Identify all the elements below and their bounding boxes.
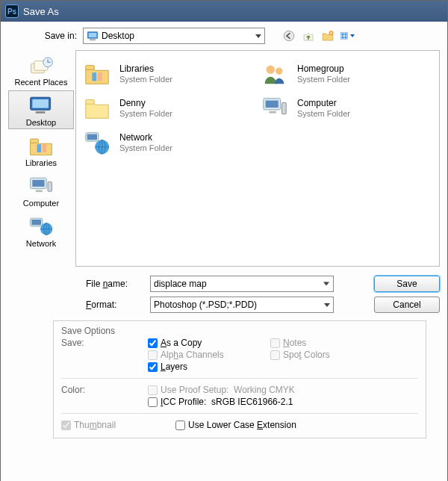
places-recent[interactable]: Recent Places xyxy=(8,50,74,89)
svg-rect-35 xyxy=(269,111,276,114)
icc-label: ICC Profile: sRGB IEC61966-2.1 xyxy=(161,397,293,407)
notes-checkbox: Notes xyxy=(270,338,390,348)
svg-point-30 xyxy=(267,66,275,74)
chevron-down-icon[interactable] xyxy=(323,282,329,286)
back-button[interactable] xyxy=(281,28,296,43)
as-a-copy-input[interactable] xyxy=(148,338,158,348)
save-button[interactable]: Save xyxy=(374,276,440,292)
lowercase-ext-checkbox[interactable]: Use Lower Case Extension xyxy=(175,420,296,430)
item-name: Homegroup xyxy=(297,63,350,74)
network-icon xyxy=(82,128,112,158)
filename-label: File name: xyxy=(8,279,150,289)
savein-value: Desktop xyxy=(102,31,255,41)
svg-rect-36 xyxy=(282,102,287,114)
format-label: Format: xyxy=(8,300,150,310)
places-label: Desktop xyxy=(26,118,56,127)
savein-combo[interactable]: Desktop xyxy=(83,28,265,44)
window-title: Save As xyxy=(23,6,59,17)
notes-label: Notes xyxy=(283,338,306,348)
save-sublabel: Save: xyxy=(61,338,148,372)
save-as-dialog: Ps Save As Save in: Desktop xyxy=(0,0,448,481)
list-item[interactable]: Libraries System Folder xyxy=(82,57,255,91)
computer-icon xyxy=(27,175,55,197)
places-label: Network xyxy=(26,239,56,248)
options-separator xyxy=(61,413,418,414)
desktop-icon xyxy=(87,30,99,42)
savein-row: Save in: Desktop xyxy=(8,28,440,44)
format-combo[interactable]: Photoshop (*.PSD;*.PDD) xyxy=(150,297,334,313)
places-bar: Recent Places Desktop Libraries xyxy=(8,50,75,267)
layers-checkbox[interactable]: Layers xyxy=(148,361,267,372)
spot-colors-checkbox: Spot Colors xyxy=(270,350,390,360)
list-item[interactable]: Network System Folder xyxy=(82,125,255,160)
svg-rect-14 xyxy=(32,99,49,108)
chevron-down-icon xyxy=(350,34,355,37)
svg-rect-28 xyxy=(92,72,96,81)
titlebar[interactable]: Ps Save As xyxy=(1,1,447,22)
recent-icon xyxy=(27,54,55,76)
color-label: Color: xyxy=(61,385,148,407)
photoshop-icon: Ps xyxy=(5,4,19,18)
list-item[interactable]: Homegroup System Folder xyxy=(260,57,433,91)
savein-label: Save in: xyxy=(8,31,83,41)
svg-rect-27 xyxy=(86,66,94,70)
proof-input xyxy=(148,385,158,395)
icc-profile-checkbox[interactable]: ICC Profile: sRGB IEC61966-2.1 xyxy=(148,397,295,407)
use-proof-setup-checkbox: Use Proof Setup: Working CMYK xyxy=(148,385,295,395)
view-menu-button[interactable] xyxy=(340,28,355,43)
item-name: Denny xyxy=(119,98,172,108)
item-name: Computer xyxy=(297,98,350,108)
alpha-channels-checkbox: Alpha Channels xyxy=(148,350,267,360)
svg-rect-22 xyxy=(48,182,52,192)
places-desktop[interactable]: Desktop xyxy=(8,90,74,129)
item-name: Network xyxy=(119,132,172,143)
svg-rect-8 xyxy=(342,37,344,39)
network-icon xyxy=(27,215,55,238)
svg-rect-32 xyxy=(86,100,94,105)
item-sub: System Folder xyxy=(297,74,350,84)
save-options-group: Save Options Save: As a Copy Notes Alpha… xyxy=(53,320,426,438)
item-sub: System Folder xyxy=(119,143,172,153)
chevron-down-icon xyxy=(255,34,261,38)
places-computer[interactable]: Computer xyxy=(8,171,74,210)
item-sub: System Folder xyxy=(119,108,172,119)
folder-toolbar xyxy=(281,28,355,43)
homegroup-icon xyxy=(260,59,290,89)
cancel-button[interactable]: Cancel xyxy=(374,297,440,313)
list-item[interactable]: Computer System Folder xyxy=(260,91,433,125)
format-value: Photoshop (*.PSD;*.PDD) xyxy=(154,300,324,310)
places-libraries[interactable]: Libraries xyxy=(8,131,74,170)
new-folder-button[interactable] xyxy=(320,28,335,43)
item-sub: System Folder xyxy=(119,74,172,84)
thumbnail-input xyxy=(61,421,71,430)
layers-input[interactable] xyxy=(148,362,158,372)
svg-rect-20 xyxy=(32,180,44,187)
svg-rect-16 xyxy=(31,139,39,143)
svg-rect-18 xyxy=(43,144,46,152)
svg-rect-9 xyxy=(345,37,347,39)
up-button[interactable] xyxy=(301,28,316,43)
libraries-icon xyxy=(27,134,55,157)
svg-rect-15 xyxy=(36,111,46,114)
icc-input[interactable] xyxy=(148,397,158,407)
places-label: Computer xyxy=(23,199,59,208)
thumbnail-label: Thumbnail xyxy=(74,420,116,430)
item-name: Libraries xyxy=(119,63,172,74)
notes-input xyxy=(270,338,280,348)
list-item[interactable]: Denny System Folder xyxy=(82,91,255,125)
svg-rect-29 xyxy=(98,72,102,81)
places-network[interactable]: Network xyxy=(8,211,74,250)
filename-input[interactable] xyxy=(150,276,334,292)
svg-rect-38 xyxy=(87,134,97,140)
file-list[interactable]: Libraries System Folder Homegroup System… xyxy=(75,50,440,267)
as-a-copy-checkbox[interactable]: As a Copy xyxy=(148,338,267,348)
svg-rect-21 xyxy=(36,190,43,192)
form-rows: File name: Format: Photoshop (*.PSD;*.PD… xyxy=(8,276,440,317)
dialog-body: Save in: Desktop xyxy=(1,22,447,481)
lowercase-input[interactable] xyxy=(175,421,185,430)
spot-input xyxy=(270,350,280,360)
as-a-copy-label: As a Copy xyxy=(161,338,202,348)
alpha-label: Alpha Channels xyxy=(161,350,224,360)
places-label: Recent Places xyxy=(15,78,68,87)
item-sub: System Folder xyxy=(297,108,350,119)
